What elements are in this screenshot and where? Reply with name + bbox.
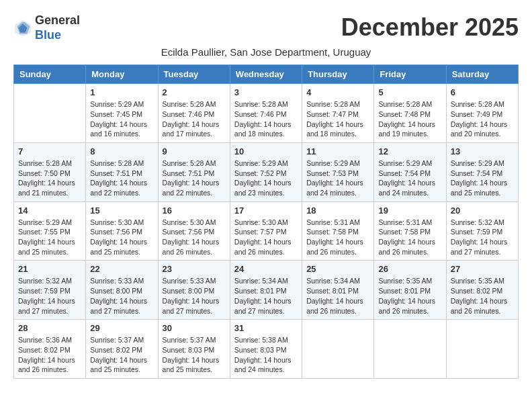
calendar-cell: 13Sunrise: 5:29 AM Sunset: 7:54 PM Dayli… (446, 142, 518, 201)
calendar-cell: 30Sunrise: 5:37 AM Sunset: 8:03 PM Dayli… (158, 320, 230, 379)
calendar-cell: 10Sunrise: 5:29 AM Sunset: 7:52 PM Dayli… (230, 142, 302, 201)
day-number: 16 (163, 205, 226, 216)
calendar-cell: 24Sunrise: 5:34 AM Sunset: 8:01 PM Dayli… (230, 261, 302, 320)
day-info: Sunrise: 5:28 AM Sunset: 7:49 PM Dayligh… (451, 99, 514, 139)
day-info: Sunrise: 5:33 AM Sunset: 8:00 PM Dayligh… (163, 276, 226, 316)
day-info: Sunrise: 5:30 AM Sunset: 7:57 PM Dayligh… (234, 218, 298, 257)
calendar-cell: 28Sunrise: 5:36 AM Sunset: 8:02 PM Dayli… (14, 320, 86, 379)
day-number: 3 (234, 87, 298, 97)
day-info: Sunrise: 5:29 AM Sunset: 7:53 PM Dayligh… (306, 158, 369, 198)
day-info: Sunrise: 5:37 AM Sunset: 8:03 PM Dayligh… (163, 335, 226, 375)
calendar-cell: 6Sunrise: 5:28 AM Sunset: 7:49 PM Daylig… (446, 84, 518, 143)
day-number: 25 (306, 264, 369, 274)
weekday-header-thursday: Thursday (302, 65, 374, 84)
day-number: 14 (18, 205, 81, 216)
calendar-week-row: 7Sunrise: 5:28 AM Sunset: 7:50 PM Daylig… (14, 142, 519, 201)
calendar-week-row: 21Sunrise: 5:32 AM Sunset: 7:59 PM Dayli… (14, 261, 519, 320)
day-number: 28 (18, 323, 81, 333)
day-info: Sunrise: 5:30 AM Sunset: 7:56 PM Dayligh… (163, 218, 226, 257)
calendar-cell: 22Sunrise: 5:33 AM Sunset: 8:00 PM Dayli… (86, 261, 158, 320)
logo: General Blue (13, 13, 80, 42)
calendar-cell: 14Sunrise: 5:29 AM Sunset: 7:55 PM Dayli… (14, 201, 86, 261)
day-info: Sunrise: 5:36 AM Sunset: 8:02 PM Dayligh… (18, 335, 81, 375)
calendar-cell: 27Sunrise: 5:35 AM Sunset: 8:02 PM Dayli… (446, 261, 518, 320)
day-number: 4 (306, 87, 369, 97)
day-info: Sunrise: 5:28 AM Sunset: 7:46 PM Dayligh… (234, 99, 298, 139)
weekday-header-friday: Friday (374, 65, 446, 84)
calendar-cell: 9Sunrise: 5:28 AM Sunset: 7:51 PM Daylig… (158, 142, 230, 201)
logo-blue-text: Blue (35, 28, 80, 43)
day-info: Sunrise: 5:34 AM Sunset: 8:01 PM Dayligh… (306, 276, 369, 316)
day-info: Sunrise: 5:32 AM Sunset: 7:59 PM Dayligh… (451, 218, 514, 257)
calendar-cell: 7Sunrise: 5:28 AM Sunset: 7:50 PM Daylig… (14, 142, 86, 201)
day-number: 12 (378, 146, 441, 156)
day-info: Sunrise: 5:34 AM Sunset: 8:01 PM Dayligh… (234, 276, 298, 316)
calendar-cell: 17Sunrise: 5:30 AM Sunset: 7:57 PM Dayli… (230, 201, 302, 261)
weekday-header-wednesday: Wednesday (230, 65, 302, 84)
day-number: 27 (451, 264, 514, 274)
calendar-cell (374, 320, 446, 379)
day-number: 10 (234, 146, 298, 156)
calendar-week-row: 1Sunrise: 5:29 AM Sunset: 7:45 PM Daylig… (14, 84, 519, 143)
day-number: 29 (90, 323, 153, 333)
weekday-header-tuesday: Tuesday (158, 65, 230, 84)
day-info: Sunrise: 5:29 AM Sunset: 7:55 PM Dayligh… (18, 218, 81, 257)
calendar-cell: 19Sunrise: 5:31 AM Sunset: 7:58 PM Dayli… (374, 201, 446, 261)
weekday-header-row: SundayMondayTuesdayWednesdayThursdayFrid… (14, 65, 519, 84)
day-info: Sunrise: 5:28 AM Sunset: 7:47 PM Dayligh… (306, 99, 369, 139)
day-number: 2 (163, 87, 226, 97)
calendar-cell: 11Sunrise: 5:29 AM Sunset: 7:53 PM Dayli… (302, 142, 374, 201)
day-info: Sunrise: 5:28 AM Sunset: 7:48 PM Dayligh… (378, 99, 441, 139)
day-info: Sunrise: 5:35 AM Sunset: 8:02 PM Dayligh… (451, 276, 514, 316)
day-number: 6 (451, 87, 514, 97)
calendar-cell (302, 320, 374, 379)
day-number: 24 (234, 264, 298, 274)
day-number: 22 (90, 264, 153, 274)
day-number: 13 (451, 146, 514, 156)
weekday-header-monday: Monday (86, 65, 158, 84)
day-info: Sunrise: 5:29 AM Sunset: 7:54 PM Dayligh… (378, 158, 441, 198)
calendar-cell: 25Sunrise: 5:34 AM Sunset: 8:01 PM Dayli… (302, 261, 374, 320)
day-info: Sunrise: 5:29 AM Sunset: 7:45 PM Dayligh… (90, 99, 153, 139)
day-number: 31 (234, 323, 298, 333)
day-number: 30 (163, 323, 226, 333)
weekday-header-sunday: Sunday (14, 65, 86, 84)
calendar-cell: 26Sunrise: 5:35 AM Sunset: 8:01 PM Dayli… (374, 261, 446, 320)
calendar-week-row: 14Sunrise: 5:29 AM Sunset: 7:55 PM Dayli… (14, 201, 519, 261)
day-info: Sunrise: 5:28 AM Sunset: 7:51 PM Dayligh… (90, 158, 153, 198)
calendar-cell: 8Sunrise: 5:28 AM Sunset: 7:51 PM Daylig… (86, 142, 158, 201)
day-info: Sunrise: 5:37 AM Sunset: 8:02 PM Dayligh… (90, 335, 153, 375)
day-info: Sunrise: 5:35 AM Sunset: 8:01 PM Dayligh… (378, 276, 441, 316)
day-number: 8 (90, 146, 153, 156)
day-number: 9 (163, 146, 226, 156)
calendar-cell: 21Sunrise: 5:32 AM Sunset: 7:59 PM Dayli… (14, 261, 86, 320)
day-number: 26 (378, 264, 441, 274)
calendar-week-row: 28Sunrise: 5:36 AM Sunset: 8:02 PM Dayli… (14, 320, 519, 379)
day-number: 7 (18, 146, 81, 156)
calendar-cell: 20Sunrise: 5:32 AM Sunset: 7:59 PM Dayli… (446, 201, 518, 261)
day-info: Sunrise: 5:33 AM Sunset: 8:00 PM Dayligh… (90, 276, 153, 316)
day-info: Sunrise: 5:29 AM Sunset: 7:52 PM Dayligh… (234, 158, 298, 198)
day-info: Sunrise: 5:30 AM Sunset: 7:56 PM Dayligh… (90, 218, 153, 257)
day-info: Sunrise: 5:28 AM Sunset: 7:46 PM Dayligh… (163, 99, 226, 139)
day-number: 15 (90, 205, 153, 216)
calendar-cell: 18Sunrise: 5:31 AM Sunset: 7:58 PM Dayli… (302, 201, 374, 261)
calendar-cell: 3Sunrise: 5:28 AM Sunset: 7:46 PM Daylig… (230, 84, 302, 143)
calendar-table: SundayMondayTuesdayWednesdayThursdayFrid… (13, 64, 519, 379)
calendar-cell: 4Sunrise: 5:28 AM Sunset: 7:47 PM Daylig… (302, 84, 374, 143)
weekday-header-saturday: Saturday (446, 65, 518, 84)
day-number: 19 (378, 205, 441, 216)
logo-icon (13, 19, 32, 38)
subtitle: Ecilda Paullier, San Jose Department, Ur… (13, 46, 519, 58)
calendar-cell: 29Sunrise: 5:37 AM Sunset: 8:02 PM Dayli… (86, 320, 158, 379)
day-number: 11 (306, 146, 369, 156)
day-info: Sunrise: 5:38 AM Sunset: 8:03 PM Dayligh… (234, 335, 298, 375)
day-number: 20 (451, 205, 514, 216)
calendar-cell: 31Sunrise: 5:38 AM Sunset: 8:03 PM Dayli… (230, 320, 302, 379)
day-number: 18 (306, 205, 369, 216)
calendar-cell: 15Sunrise: 5:30 AM Sunset: 7:56 PM Dayli… (86, 201, 158, 261)
calendar-cell (14, 84, 86, 143)
day-number: 17 (234, 205, 298, 216)
day-info: Sunrise: 5:28 AM Sunset: 7:51 PM Dayligh… (163, 158, 226, 198)
day-info: Sunrise: 5:31 AM Sunset: 7:58 PM Dayligh… (378, 218, 441, 257)
